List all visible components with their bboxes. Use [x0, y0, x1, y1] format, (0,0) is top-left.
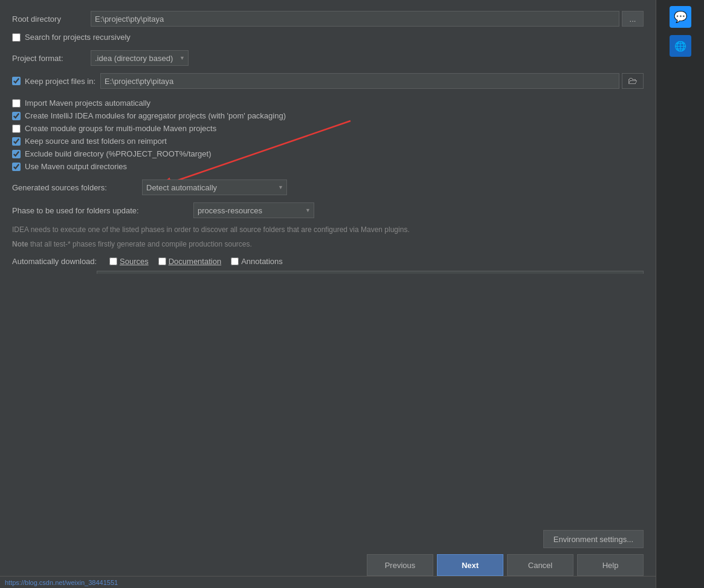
status-url: https://blog.csdn.net/weixin_38441551: [5, 579, 118, 586]
annotations-checkbox-inline: Annotations: [231, 257, 283, 266]
info-rest: that all test-* phases firstly generate …: [30, 240, 252, 248]
documentation-checkbox[interactable]: [158, 257, 166, 265]
keep-project-browse-button[interactable]: 🗁: [622, 73, 644, 89]
import-maven-row: Import Maven projects automatically: [12, 99, 644, 108]
search-recursive-checkbox[interactable]: [12, 33, 21, 42]
create-module-groups-row: Create module groups for multi-module Ma…: [12, 124, 644, 133]
create-intellij-row: Create IntelliJ IDEA modules for aggrega…: [12, 111, 644, 120]
keep-project-row: Keep project files in: 🗁: [12, 73, 644, 89]
help-button[interactable]: Help: [577, 554, 644, 576]
chat-icon: 💬: [674, 10, 687, 24]
info-line1: IDEA needs to execute one of the listed …: [12, 224, 644, 235]
generated-sources-row: Generated sources folders: Detect automa…: [12, 179, 644, 195]
create-intellij-label[interactable]: Create IntelliJ IDEA modules for aggrega…: [25, 111, 286, 120]
status-bar: https://blog.csdn.net/weixin_38441551: [0, 576, 656, 588]
keep-source-row: Keep source and test folders on reimport: [12, 137, 644, 146]
sources-checkbox-inline: Sources: [109, 257, 149, 266]
sources-checkbox[interactable]: [109, 257, 117, 265]
root-directory-row: Root directory ...: [12, 11, 644, 27]
documentation-label[interactable]: Documentation: [169, 257, 221, 266]
keep-source-checkbox[interactable]: [12, 137, 21, 146]
root-directory-input[interactable]: [91, 11, 619, 27]
env-settings-row: Environment settings...: [12, 530, 644, 548]
use-maven-checkbox[interactable]: [12, 163, 21, 171]
search-recursive-row: Search for projects recursively: [12, 33, 644, 42]
generated-sources-wrapper: Detect automatically: [142, 179, 287, 195]
chat-icon-container: 💬: [670, 6, 691, 28]
keep-project-input[interactable]: [100, 73, 619, 89]
phase-label: Phase to be used for folders update:: [12, 206, 193, 215]
generated-sources-select[interactable]: Detect automatically: [142, 179, 287, 195]
sources-label[interactable]: Sources: [120, 257, 149, 266]
use-maven-row: Use Maven output directories: [12, 162, 644, 171]
keep-project-label[interactable]: Keep project files in:: [25, 77, 95, 86]
project-format-wrapper: .idea (directory based): [91, 50, 189, 66]
import-maven-label[interactable]: Import Maven projects automatically: [25, 99, 150, 108]
phase-row: Phase to be used for folders update: pro…: [12, 202, 644, 218]
import-maven-checkbox[interactable]: [12, 99, 21, 108]
exclude-build-row: Exclude build directory (%PROJECT_ROOT%/…: [12, 149, 644, 158]
browser-icon: 🌐: [674, 40, 686, 52]
sidebar-panel: 💬 🌐: [656, 0, 704, 588]
phase-select[interactable]: process-resources: [193, 202, 314, 218]
documentation-checkbox-inline: Documentation: [158, 257, 221, 266]
project-format-select[interactable]: .idea (directory based): [91, 50, 189, 66]
info-bold: Note: [12, 240, 28, 248]
phase-wrapper: process-resources: [193, 202, 314, 218]
auto-download-row: Automatically download: Sources Document…: [12, 257, 644, 266]
keep-source-label[interactable]: Keep source and test folders on reimport: [25, 137, 167, 146]
create-intellij-checkbox[interactable]: [12, 112, 21, 120]
browse-button[interactable]: ...: [622, 11, 644, 27]
create-module-groups-label[interactable]: Create module groups for multi-module Ma…: [25, 124, 216, 133]
exclude-build-label[interactable]: Exclude build directory (%PROJECT_ROOT%/…: [25, 149, 211, 158]
info-line2: Note that all test-* phases firstly gene…: [12, 239, 644, 250]
project-format-row: Project format: .idea (directory based): [12, 50, 644, 66]
info-text-block: IDEA needs to execute one of the listed …: [12, 224, 644, 250]
cancel-button[interactable]: Cancel: [507, 554, 573, 576]
next-button[interactable]: Next: [437, 554, 503, 576]
use-maven-label[interactable]: Use Maven output directories: [25, 162, 127, 171]
browser-icon-container[interactable]: 🌐: [670, 35, 691, 57]
annotations-checkbox[interactable]: [231, 257, 239, 265]
bottom-section: Environment settings... Previous Next Ca…: [12, 530, 644, 582]
search-recursive-label[interactable]: Search for projects recursively: [25, 33, 131, 42]
env-settings-button[interactable]: Environment settings...: [543, 530, 644, 548]
exclude-build-checkbox[interactable]: [12, 150, 21, 158]
annotations-label[interactable]: Annotations: [241, 257, 283, 266]
create-module-groups-checkbox[interactable]: [12, 124, 21, 133]
project-format-label: Project format:: [12, 54, 91, 63]
auto-download-label: Automatically download:: [12, 257, 106, 266]
root-directory-label: Root directory: [12, 15, 91, 24]
generated-sources-label: Generated sources folders:: [12, 183, 142, 192]
previous-button[interactable]: Previous: [367, 554, 433, 576]
keep-project-checkbox[interactable]: [12, 77, 21, 85]
